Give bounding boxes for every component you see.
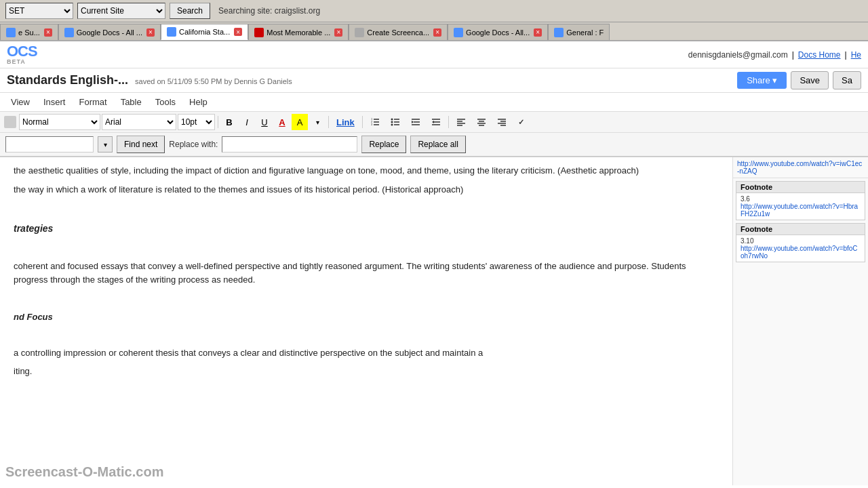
footnote-number-2: 3.10 xyxy=(741,237,861,245)
doc-heading-focus: nd Focus xyxy=(14,310,719,324)
save-button2[interactable]: Sa xyxy=(833,71,861,89)
style-select[interactable]: Normal xyxy=(19,114,100,130)
size-select[interactable]: 10pt xyxy=(178,114,215,130)
menu-item-format[interactable]: Format xyxy=(72,94,113,110)
replace-button[interactable]: Replace xyxy=(361,136,406,153)
footnote-title-2: Footnote xyxy=(736,224,865,235)
doc-para-spacer4 xyxy=(14,327,719,341)
docs-header-right: dennisgdaniels@gmail.com | Docs Home | H… xyxy=(688,50,861,60)
docs-logo: OCS BETA xyxy=(7,44,37,65)
doc-title-bar: Standards English-... saved on 5/11/09 5… xyxy=(0,68,868,93)
doc-paragraph-4: a controlling impression or coherent the… xyxy=(14,346,719,360)
indent-increase-button[interactable] xyxy=(427,114,446,130)
toolbar: Normal Arial 10pt B I U A A ▾ Link 123 ✓ xyxy=(0,112,868,133)
tab-close-tab5[interactable]: × xyxy=(433,28,441,37)
tabs-bar: e Su...×Google Docs - All ...×California… xyxy=(0,22,868,41)
tab-tab2[interactable]: Google Docs - All ...× xyxy=(58,24,161,40)
svg-text:✓: ✓ xyxy=(518,118,524,126)
menu-item-tools[interactable]: Tools xyxy=(149,94,182,110)
align-right-button[interactable] xyxy=(492,114,511,130)
tab-close-tab1[interactable]: × xyxy=(44,28,52,37)
highlight-dropdown[interactable]: ▾ xyxy=(309,114,326,130)
doc-heading-strategies: trategies xyxy=(14,222,719,236)
tab-tab4[interactable]: Most Memorable ...× xyxy=(248,24,349,40)
spell-check-button[interactable]: ✓ xyxy=(513,114,534,130)
doc-paragraph-5: iting. xyxy=(14,365,719,378)
menu-item-insert[interactable]: Insert xyxy=(37,94,73,110)
menu-item-view[interactable]: View xyxy=(4,94,37,110)
footnote-url-1[interactable]: http://www.youtube.com/watch?v=HbraFH2Zu… xyxy=(741,203,861,218)
doc-saved-info: saved on 5/11/09 5:50 PM by Dennis G Dan… xyxy=(135,77,292,85)
find-dropdown-button[interactable]: ▾ xyxy=(98,136,113,152)
tab-tab1[interactable]: e Su...× xyxy=(0,24,58,40)
tab-close-tab2[interactable]: × xyxy=(146,28,155,37)
replace-with-label: Replace with: xyxy=(169,140,218,149)
docs-header: OCS BETA dennisgdaniels@gmail.com | Docs… xyxy=(0,41,868,68)
find-input[interactable] xyxy=(5,136,94,152)
separator xyxy=(218,116,218,128)
he-link[interactable]: He xyxy=(851,50,861,60)
tab-label-tab3: California Sta... xyxy=(179,28,230,36)
doc-para-spacer1 xyxy=(14,201,719,215)
tab-favicon-tab4 xyxy=(254,28,264,37)
replace-all-button[interactable]: Replace all xyxy=(410,136,465,153)
svg-point-10 xyxy=(391,121,393,123)
doc-para-spacer3 xyxy=(14,291,719,305)
sidebar-url[interactable]: http://www.youtube.com/watch?v=iwC1ec-nZ… xyxy=(733,157,868,178)
tab-favicon-tab6 xyxy=(454,28,463,37)
save-button[interactable]: Save xyxy=(791,71,829,89)
underline-button[interactable]: U xyxy=(256,114,273,130)
doc-title-left: Standards English-... saved on 5/11/09 5… xyxy=(7,73,292,87)
docs-home-link[interactable]: Docs Home xyxy=(798,50,841,60)
tab-close-tab6[interactable]: × xyxy=(534,28,542,37)
ordered-list-button[interactable]: 123 xyxy=(366,114,384,130)
toolbar-icon xyxy=(4,116,16,128)
footnote-content-2: 3.10 http://www.youtube.com/watch?v=bfoC… xyxy=(736,235,865,262)
text-color-button[interactable]: A xyxy=(274,114,290,130)
site-select[interactable]: Current Site xyxy=(77,3,165,19)
link-button[interactable]: Link xyxy=(332,114,359,130)
share-button[interactable]: Share ▾ xyxy=(737,72,787,89)
sidebar: http://www.youtube.com/watch?v=iwC1ec-nZ… xyxy=(732,157,868,485)
tab-tab7[interactable]: General : F xyxy=(548,24,610,40)
indent-decrease-button[interactable] xyxy=(406,114,425,130)
separator: | xyxy=(792,50,794,60)
separator2: | xyxy=(845,50,847,60)
tab-favicon-tab1 xyxy=(6,28,16,37)
separator2 xyxy=(328,116,329,128)
bold-button[interactable]: B xyxy=(221,114,237,130)
footnote-box-1: Footnote 3.6 http://www.youtube.com/watc… xyxy=(736,181,865,220)
tab-label-tab5: Create Screenca... xyxy=(367,28,429,37)
browser-toolbar: SET Current Site Search Searching site: … xyxy=(0,0,868,22)
svg-point-11 xyxy=(391,124,393,126)
unordered-list-button[interactable] xyxy=(386,114,405,130)
find-replace-bar: ▾ Find next Replace with: Replace Replac… xyxy=(0,133,868,157)
tab-close-tab4[interactable]: × xyxy=(334,28,342,37)
font-select[interactable]: Arial xyxy=(102,114,176,130)
searching-site-label: Searching site: craigslist.org xyxy=(218,6,320,16)
tab-label-tab1: e Su... xyxy=(18,28,40,37)
doc-content[interactable]: the aesthetic qualities of style, includ… xyxy=(0,157,732,485)
doc-title-right: Share ▾ Save Sa xyxy=(737,71,861,89)
doc-para-spacer2 xyxy=(14,241,719,255)
svg-text:3: 3 xyxy=(371,123,373,126)
replace-input[interactable] xyxy=(222,136,357,152)
italic-button[interactable]: I xyxy=(239,114,255,130)
footnote-content-1: 3.6 http://www.youtube.com/watch?v=HbraF… xyxy=(736,193,865,220)
find-next-button[interactable]: Find next xyxy=(117,136,165,153)
tab-tab5[interactable]: Create Screenca...× xyxy=(349,24,448,40)
tab-label-tab6: Google Docs - All... xyxy=(466,28,530,37)
align-left-button[interactable] xyxy=(452,114,471,130)
highlight-button[interactable]: A xyxy=(292,114,308,130)
align-center-button[interactable] xyxy=(472,114,491,130)
menu-item-help[interactable]: Help xyxy=(182,94,214,110)
charset-select[interactable]: SET xyxy=(5,3,73,19)
tab-label-tab4: Most Memorable ... xyxy=(267,28,330,37)
menu-item-table[interactable]: Table xyxy=(114,94,149,110)
browser-search-button[interactable]: Search xyxy=(170,3,210,19)
footnote-url-2[interactable]: http://www.youtube.com/watch?v=bfoCoh7rw… xyxy=(741,245,861,260)
tab-tab6[interactable]: Google Docs - All...× xyxy=(448,24,548,40)
footnote-title-1: Footnote xyxy=(736,182,865,193)
tab-close-tab3[interactable]: × xyxy=(234,28,242,36)
tab-tab3[interactable]: California Sta...× xyxy=(161,24,248,40)
